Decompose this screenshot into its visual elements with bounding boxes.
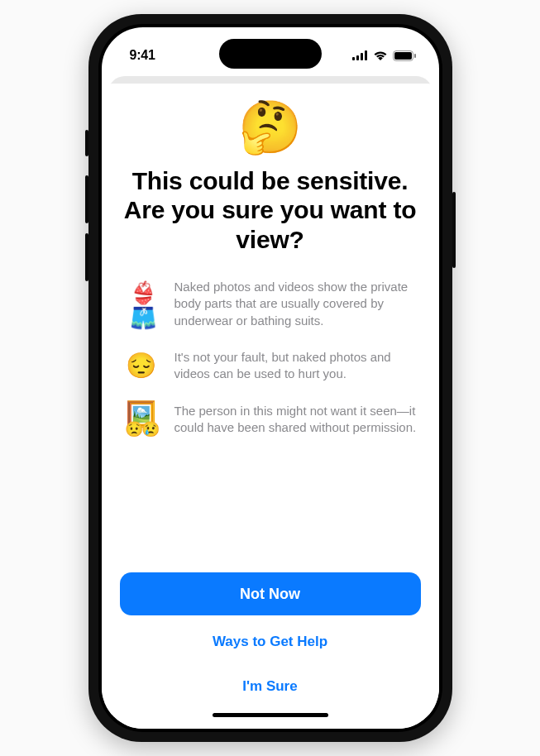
picture-reaction-icon: 🖼️ 😟😢 bbox=[123, 402, 160, 437]
dynamic-island bbox=[219, 39, 322, 69]
mute-switch bbox=[85, 130, 88, 156]
info-points: 👙🩳 Naked photos and videos show the priv… bbox=[120, 279, 421, 437]
volume-down bbox=[85, 233, 88, 281]
pensive-face-icon: 😔 bbox=[123, 353, 160, 378]
volume-up bbox=[85, 175, 88, 223]
wifi-icon bbox=[373, 50, 388, 60]
info-point-text: The person in this might not want it see… bbox=[174, 403, 418, 437]
svg-rect-2 bbox=[361, 53, 363, 60]
power-button bbox=[452, 192, 456, 268]
action-buttons: Not Now Ways to Get Help I'm Sure bbox=[120, 572, 421, 705]
svg-rect-1 bbox=[356, 55, 359, 60]
im-sure-button[interactable]: I'm Sure bbox=[120, 668, 421, 705]
sensitive-content-sheet: 🤔 This could be sensitive. Are you sure … bbox=[102, 84, 439, 729]
clothing-icon: 👙🩳 bbox=[123, 280, 160, 329]
status-time: 9:41 bbox=[130, 48, 155, 63]
info-point-clothing: 👙🩳 Naked photos and videos show the priv… bbox=[123, 279, 418, 329]
phone-bezel: 9:41 bbox=[98, 24, 442, 732]
cellular-icon bbox=[352, 50, 368, 60]
title-line-2: Are you sure you want to view? bbox=[124, 196, 417, 252]
sheet-title: This could be sensitive. Are you sure yo… bbox=[120, 166, 421, 254]
status-indicators bbox=[352, 50, 416, 61]
screen: 9:41 bbox=[102, 27, 439, 729]
svg-rect-6 bbox=[414, 54, 416, 58]
battery-icon bbox=[393, 50, 416, 61]
title-line-1: This could be sensitive. bbox=[132, 167, 409, 194]
info-point-text: It's not your fault, but naked photos an… bbox=[174, 349, 418, 383]
ways-to-get-help-button[interactable]: Ways to Get Help bbox=[120, 624, 421, 660]
info-point-permission: 🖼️ 😟😢 The person in this might not want … bbox=[123, 402, 418, 437]
home-indicator[interactable] bbox=[213, 713, 328, 717]
info-point-text: Naked photos and videos show the private… bbox=[174, 279, 418, 329]
svg-rect-3 bbox=[365, 50, 367, 60]
not-now-button[interactable]: Not Now bbox=[120, 572, 421, 615]
thinking-face-icon: 🤔 bbox=[120, 102, 421, 153]
svg-rect-5 bbox=[394, 52, 412, 60]
info-point-notfault: 😔 It's not your fault, but naked photos … bbox=[123, 349, 418, 383]
svg-rect-0 bbox=[352, 57, 355, 60]
phone-frame: 9:41 bbox=[88, 14, 452, 742]
